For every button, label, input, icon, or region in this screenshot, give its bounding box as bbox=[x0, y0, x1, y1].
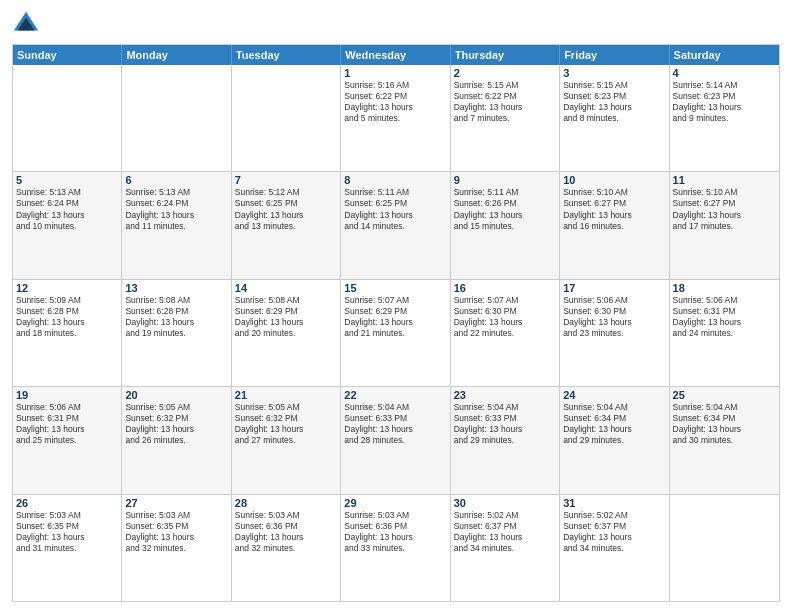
cell-info-line: Sunset: 6:36 PM bbox=[235, 521, 337, 532]
day-number: 18 bbox=[673, 282, 776, 294]
cell-info-line: and 25 minutes. bbox=[16, 435, 118, 446]
cal-cell-w3-d2: 21Sunrise: 5:05 AMSunset: 6:32 PMDayligh… bbox=[232, 387, 341, 493]
cell-info-line: and 26 minutes. bbox=[125, 435, 227, 446]
cell-info-line: Sunrise: 5:07 AM bbox=[454, 295, 556, 306]
cell-info-line: Daylight: 13 hours bbox=[16, 317, 118, 328]
day-number: 31 bbox=[563, 497, 665, 509]
cell-info-line: Sunrise: 5:08 AM bbox=[235, 295, 337, 306]
cell-info-line: Daylight: 13 hours bbox=[344, 424, 446, 435]
cell-info-line: and 20 minutes. bbox=[235, 328, 337, 339]
cal-cell-w3-d1: 20Sunrise: 5:05 AMSunset: 6:32 PMDayligh… bbox=[122, 387, 231, 493]
cell-info-line: Sunset: 6:37 PM bbox=[563, 521, 665, 532]
day-number: 11 bbox=[673, 174, 776, 186]
cell-info-line: Sunset: 6:35 PM bbox=[125, 521, 227, 532]
cell-info-line: Sunset: 6:23 PM bbox=[563, 91, 665, 102]
cell-info-line: Sunrise: 5:11 AM bbox=[344, 187, 446, 198]
cell-info-line: Sunset: 6:34 PM bbox=[673, 413, 776, 424]
day-number: 23 bbox=[454, 389, 556, 401]
cell-info-line: Sunset: 6:27 PM bbox=[673, 198, 776, 209]
cell-info-line: and 32 minutes. bbox=[125, 543, 227, 554]
cell-info-line: Daylight: 13 hours bbox=[16, 424, 118, 435]
header-wednesday: Wednesday bbox=[341, 45, 450, 65]
day-number: 12 bbox=[16, 282, 118, 294]
day-number: 16 bbox=[454, 282, 556, 294]
cell-info-line: Daylight: 13 hours bbox=[454, 210, 556, 221]
cell-info-line: Sunrise: 5:13 AM bbox=[125, 187, 227, 198]
day-number: 2 bbox=[454, 67, 556, 79]
cell-info-line: Daylight: 13 hours bbox=[454, 317, 556, 328]
header-saturday: Saturday bbox=[670, 45, 779, 65]
cell-info-line: and 31 minutes. bbox=[16, 543, 118, 554]
day-number: 29 bbox=[344, 497, 446, 509]
cell-info-line: Sunset: 6:28 PM bbox=[16, 306, 118, 317]
cell-info-line: Daylight: 13 hours bbox=[125, 210, 227, 221]
cal-cell-w1-d2: 7Sunrise: 5:12 AMSunset: 6:25 PMDaylight… bbox=[232, 172, 341, 278]
cell-info-line: and 8 minutes. bbox=[563, 113, 665, 124]
cal-cell-w0-d3: 1Sunrise: 5:16 AMSunset: 6:22 PMDaylight… bbox=[341, 65, 450, 171]
cell-info-line: Daylight: 13 hours bbox=[344, 532, 446, 543]
cell-info-line: and 11 minutes. bbox=[125, 221, 227, 232]
cell-info-line: Sunset: 6:22 PM bbox=[344, 91, 446, 102]
cell-info-line: and 34 minutes. bbox=[454, 543, 556, 554]
cell-info-line: and 29 minutes. bbox=[454, 435, 556, 446]
cal-cell-w0-d4: 2Sunrise: 5:15 AMSunset: 6:22 PMDaylight… bbox=[451, 65, 560, 171]
day-number: 8 bbox=[344, 174, 446, 186]
cell-info-line: Sunrise: 5:10 AM bbox=[673, 187, 776, 198]
cell-info-line: Sunset: 6:30 PM bbox=[563, 306, 665, 317]
day-number: 10 bbox=[563, 174, 665, 186]
cell-info-line: and 15 minutes. bbox=[454, 221, 556, 232]
cell-info-line: and 5 minutes. bbox=[344, 113, 446, 124]
cal-cell-w1-d6: 11Sunrise: 5:10 AMSunset: 6:27 PMDayligh… bbox=[670, 172, 779, 278]
cal-cell-w4-d5: 31Sunrise: 5:02 AMSunset: 6:37 PMDayligh… bbox=[560, 495, 669, 601]
cell-info-line: Sunrise: 5:13 AM bbox=[16, 187, 118, 198]
day-number: 4 bbox=[673, 67, 776, 79]
day-number: 1 bbox=[344, 67, 446, 79]
cal-cell-w0-d0 bbox=[13, 65, 122, 171]
header-tuesday: Tuesday bbox=[232, 45, 341, 65]
day-number: 19 bbox=[16, 389, 118, 401]
cell-info-line: Sunrise: 5:04 AM bbox=[454, 402, 556, 413]
cell-info-line: Sunrise: 5:03 AM bbox=[16, 510, 118, 521]
cell-info-line: Sunrise: 5:09 AM bbox=[16, 295, 118, 306]
cell-info-line: Sunrise: 5:06 AM bbox=[563, 295, 665, 306]
day-number: 22 bbox=[344, 389, 446, 401]
cell-info-line: Sunrise: 5:08 AM bbox=[125, 295, 227, 306]
day-number: 25 bbox=[673, 389, 776, 401]
cell-info-line: Daylight: 13 hours bbox=[235, 532, 337, 543]
cell-info-line: Daylight: 13 hours bbox=[125, 532, 227, 543]
cell-info-line: Sunrise: 5:05 AM bbox=[125, 402, 227, 413]
cell-info-line: Daylight: 13 hours bbox=[235, 317, 337, 328]
cell-info-line: Sunrise: 5:11 AM bbox=[454, 187, 556, 198]
cell-info-line: Daylight: 13 hours bbox=[563, 210, 665, 221]
cal-cell-w1-d1: 6Sunrise: 5:13 AMSunset: 6:24 PMDaylight… bbox=[122, 172, 231, 278]
cell-info-line: Daylight: 13 hours bbox=[673, 210, 776, 221]
cell-info-line: Sunrise: 5:06 AM bbox=[673, 295, 776, 306]
cal-cell-w1-d3: 8Sunrise: 5:11 AMSunset: 6:25 PMDaylight… bbox=[341, 172, 450, 278]
cell-info-line: and 22 minutes. bbox=[454, 328, 556, 339]
cell-info-line: and 27 minutes. bbox=[235, 435, 337, 446]
cell-info-line: Daylight: 13 hours bbox=[673, 317, 776, 328]
cell-info-line: Daylight: 13 hours bbox=[673, 424, 776, 435]
cell-info-line: and 23 minutes. bbox=[563, 328, 665, 339]
cal-cell-w2-d3: 15Sunrise: 5:07 AMSunset: 6:29 PMDayligh… bbox=[341, 280, 450, 386]
cal-cell-w1-d5: 10Sunrise: 5:10 AMSunset: 6:27 PMDayligh… bbox=[560, 172, 669, 278]
day-number: 24 bbox=[563, 389, 665, 401]
cell-info-line: Daylight: 13 hours bbox=[344, 102, 446, 113]
logo-icon bbox=[12, 10, 40, 38]
cell-info-line: Sunset: 6:26 PM bbox=[454, 198, 556, 209]
cell-info-line: Daylight: 13 hours bbox=[344, 317, 446, 328]
cell-info-line: Daylight: 13 hours bbox=[125, 317, 227, 328]
cell-info-line: and 34 minutes. bbox=[563, 543, 665, 554]
cal-cell-w2-d4: 16Sunrise: 5:07 AMSunset: 6:30 PMDayligh… bbox=[451, 280, 560, 386]
day-number: 21 bbox=[235, 389, 337, 401]
cell-info-line: Daylight: 13 hours bbox=[563, 532, 665, 543]
cal-cell-w2-d2: 14Sunrise: 5:08 AMSunset: 6:29 PMDayligh… bbox=[232, 280, 341, 386]
calendar-body: 1Sunrise: 5:16 AMSunset: 6:22 PMDaylight… bbox=[13, 65, 779, 601]
cal-cell-w2-d1: 13Sunrise: 5:08 AMSunset: 6:28 PMDayligh… bbox=[122, 280, 231, 386]
page: Sunday Monday Tuesday Wednesday Thursday… bbox=[0, 0, 792, 612]
header-thursday: Thursday bbox=[451, 45, 560, 65]
day-number: 26 bbox=[16, 497, 118, 509]
cell-info-line: Sunset: 6:24 PM bbox=[16, 198, 118, 209]
cell-info-line: and 7 minutes. bbox=[454, 113, 556, 124]
cal-cell-w0-d1 bbox=[122, 65, 231, 171]
